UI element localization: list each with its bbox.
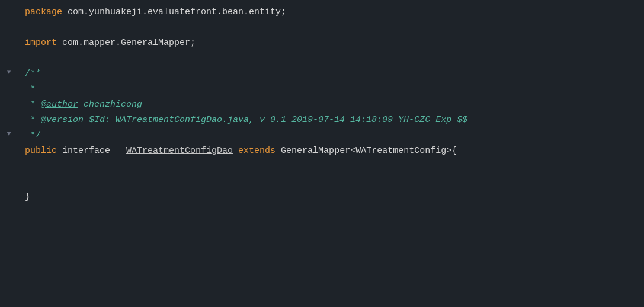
code-line-14 <box>0 205 644 220</box>
comment-star-1: * <box>25 84 36 94</box>
line-content-13: } <box>18 190 644 204</box>
code-line-7: * @author chenzhicong <box>0 97 644 113</box>
gutter-arrow-9[interactable]: ▼ <box>0 129 18 140</box>
keyword-package: package <box>25 7 62 17</box>
comment-star-3: * <box>25 115 41 125</box>
code-line-16 <box>0 236 644 251</box>
code-line-4 <box>0 51 644 66</box>
author-value: chenzhicong <box>78 100 142 110</box>
package-path: com.yunhuakeji.evaluatefront.bean.entity… <box>62 7 286 17</box>
comment-close: */ <box>25 130 41 140</box>
code-line-18 <box>0 267 644 282</box>
line-content-7: * @author chenzhicong <box>18 98 644 112</box>
keyword-import: import <box>25 38 57 48</box>
code-line-11 <box>0 159 644 174</box>
comment-open: /** <box>25 69 41 79</box>
fold-arrow-icon[interactable]: ▼ <box>7 67 11 78</box>
code-editor: package com.yunhuakeji.evaluatefront.bea… <box>0 0 644 307</box>
code-line-8: * @version $Id: WATreatmentConfigDao.jav… <box>0 113 644 128</box>
class-name-dao: WATreatmentConfigDao <box>126 146 233 156</box>
line-content-10: public interface WATreatmentConfigDao ex… <box>18 144 644 158</box>
code-line-17 <box>0 251 644 267</box>
line-content-6: * <box>18 82 644 97</box>
annotation-author: @author <box>41 100 78 110</box>
gutter-arrow-5[interactable]: ▼ <box>0 67 18 78</box>
line-content-5: /** <box>18 67 644 81</box>
code-line-13: } <box>0 190 644 205</box>
annotation-version: @version <box>41 115 84 125</box>
code-line-9: ▼ */ <box>0 128 644 143</box>
code-line-5: ▼ /** <box>0 66 644 82</box>
closing-brace: } <box>25 192 30 202</box>
general-mapper: GeneralMapper<WATreatmentConfig>{ <box>275 146 457 156</box>
code-line-3: import com.mapper.GeneralMapper; <box>0 36 644 51</box>
keyword-extends: extends <box>238 146 275 156</box>
version-value: $Id: WATreatmentConfigDao.java, v 0.1 20… <box>84 115 467 125</box>
keyword-public: public <box>25 146 57 156</box>
code-line-6: * <box>0 82 644 97</box>
code-line-15 <box>0 220 644 236</box>
code-line-2 <box>0 20 644 36</box>
code-line-10: public interface WATreatmentConfigDao ex… <box>0 143 644 159</box>
import-path: com.mapper.GeneralMapper; <box>57 38 196 48</box>
comment-star-2: * <box>25 100 41 110</box>
spacing <box>110 146 126 156</box>
fold-arrow-icon-2[interactable]: ▼ <box>7 129 11 140</box>
keyword-interface: interface <box>57 146 110 156</box>
spacing-2 <box>233 146 238 156</box>
code-line-1: package com.yunhuakeji.evaluatefront.bea… <box>0 5 644 20</box>
line-content-8: * @version $Id: WATreatmentConfigDao.jav… <box>18 113 644 127</box>
line-content-3: import com.mapper.GeneralMapper; <box>18 36 644 50</box>
line-content-9: */ <box>18 129 644 143</box>
code-line-12 <box>0 174 644 190</box>
line-content-1: package com.yunhuakeji.evaluatefront.bea… <box>18 5 644 20</box>
